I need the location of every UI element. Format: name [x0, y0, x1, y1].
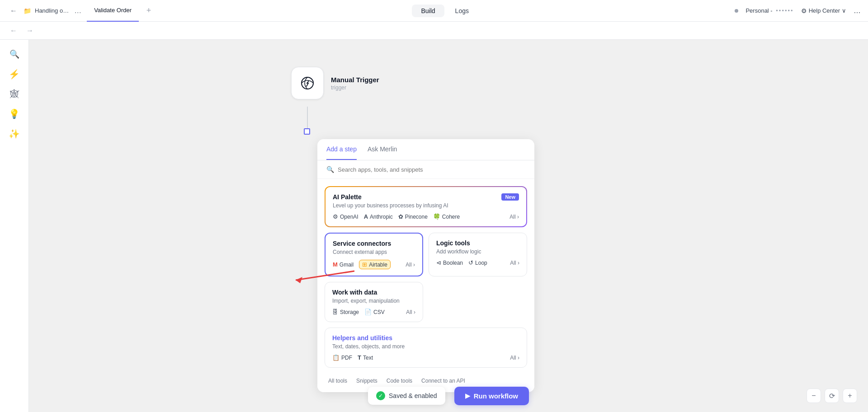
boolean-icon: ⊲: [436, 259, 441, 266]
top-bar: ← 📁 Handling o… … Validate Order + Build…: [0, 0, 868, 22]
service-connectors-title: Service connectors: [333, 240, 415, 247]
trigger-info: Manual Trigger trigger: [331, 76, 379, 91]
logic-tools-all-link[interactable]: All ›: [510, 260, 519, 266]
run-workflow-button[interactable]: ▶ Run workflow: [454, 387, 529, 405]
help-center-button[interactable]: ⚙ Help Center ∨: [801, 7, 846, 14]
active-tab[interactable]: Validate Order: [87, 0, 139, 22]
loop-icon: ↺: [468, 259, 473, 266]
pinecone-icon: ✿: [398, 213, 403, 220]
trigger-node[interactable]: Manual Trigger trigger: [291, 67, 379, 99]
zoom-reset-button[interactable]: ⟳: [825, 389, 839, 403]
ai-palette-card[interactable]: AI Palette New Level up your business pr…: [325, 186, 527, 227]
browser-back-button[interactable]: ←: [7, 5, 20, 17]
redo-button[interactable]: →: [24, 24, 36, 37]
service-connectors-desc: Connect external apps: [333, 249, 415, 255]
add-step-tab[interactable]: Add a step: [326, 139, 357, 160]
logic-tools-card[interactable]: Logic tools Add workflow logic ⊲ Boolean…: [429, 233, 527, 276]
tag-csv: 📄 CSV: [364, 309, 385, 315]
saved-label: Saved & enabled: [389, 392, 437, 399]
gmail-icon: M: [333, 261, 338, 268]
service-connectors-card[interactable]: Service connectors Connect external apps…: [325, 233, 423, 276]
saved-badge: ✓ Saved & enabled: [368, 387, 445, 405]
search-icon: 🔍: [9, 49, 19, 59]
helpers-utilities-desc: Text, dates, objects, and more: [332, 343, 519, 350]
work-with-data-tags: 🗄 Storage 📄 CSV All ›: [332, 309, 415, 315]
browser-nav: ← 📁 Handling o… … Validate Order +: [7, 0, 155, 22]
trigger-subtitle: trigger: [331, 84, 379, 91]
work-with-data-card[interactable]: Work with data Import, export, manipulat…: [325, 282, 423, 322]
check-icon: ✓: [376, 391, 385, 400]
workspace-label: Personal - ••••••: [745, 7, 793, 14]
sidebar-sparkle-button[interactable]: ✨: [5, 125, 24, 143]
main-layout: 🔍 ⚡ 🕸 💡 ✨ Manual: [0, 40, 868, 412]
text-icon: T: [358, 354, 361, 361]
gear-icon: ⚙: [801, 7, 807, 14]
sidebar-trigger-button[interactable]: ⚡: [5, 65, 24, 83]
connector-square[interactable]: [304, 128, 310, 135]
ask-merlin-tab[interactable]: Ask Merlin: [368, 139, 397, 160]
search-icon: 🔍: [326, 166, 334, 173]
step-panel: Add a step Ask Merlin 🔍 AI Palette New L…: [317, 139, 534, 392]
helpers-utilities-card[interactable]: Helpers and utilities Text, dates, objec…: [325, 328, 527, 368]
logic-tools-title: Logic tools: [436, 239, 519, 247]
helpers-utilities-tags: 📋 PDF T Text All ›: [332, 354, 519, 361]
storage-icon: 🗄: [332, 309, 338, 315]
service-connectors-all-link[interactable]: All ›: [406, 262, 415, 268]
logic-tools-desc: Add workflow logic: [436, 248, 519, 255]
ai-palette-all-link[interactable]: All ›: [509, 214, 519, 220]
breadcrumb-icon: 📁: [24, 7, 31, 14]
undo-button[interactable]: ←: [7, 24, 20, 37]
cohere-icon: 🍀: [433, 213, 440, 220]
sidebar-lightbulb-button[interactable]: 💡: [5, 105, 24, 123]
zoom-in-button[interactable]: +: [843, 389, 857, 403]
cards-area: AI Palette New Level up your business pr…: [317, 179, 534, 375]
pdf-icon: 📋: [332, 354, 340, 361]
tag-airtable: ⊞ Airtable: [359, 260, 391, 269]
ai-palette-title: AI Palette: [333, 193, 362, 201]
tag-anthropic: A Anthropic: [364, 213, 393, 220]
helpers-utilities-title: Helpers and utilities: [332, 334, 519, 342]
canvas: Manual Trigger trigger Add a step Ask Me…: [29, 40, 868, 412]
tag-boolean: ⊲ Boolean: [436, 259, 463, 266]
anthropic-icon: A: [364, 213, 368, 220]
lightbulb-icon: 💡: [9, 108, 20, 119]
openai-icon: ⚙: [333, 213, 338, 220]
search-input[interactable]: [338, 166, 525, 173]
work-with-data-all-link[interactable]: All ›: [406, 309, 415, 315]
airtable-icon: ⊞: [362, 261, 367, 268]
tag-openai: ⚙ OpenAI: [333, 213, 359, 220]
tag-pdf: 📋 PDF: [332, 354, 352, 361]
tag-gmail: M Gmail: [333, 261, 354, 268]
second-bar: ← →: [0, 22, 868, 40]
trigger-icon-box: [291, 67, 324, 99]
ai-palette-tags: ⚙ OpenAI A Anthropic ✿ Pinecone 🍀: [333, 213, 519, 220]
connector-line: [307, 107, 308, 128]
breadcrumb-text: Handling o…: [35, 7, 69, 14]
top-options-button[interactable]: …: [854, 7, 861, 15]
tag-pinecone: ✿ Pinecone: [398, 213, 428, 220]
logs-tab[interactable]: Logs: [446, 5, 478, 17]
service-connectors-tags: M Gmail ⊞ Airtable All ›: [333, 260, 415, 269]
build-tab[interactable]: Build: [412, 5, 444, 17]
trigger-icon: ⚡: [9, 69, 20, 80]
tag-storage: 🗄 Storage: [332, 309, 359, 315]
sidebar-search-button[interactable]: 🔍: [5, 45, 24, 63]
helpers-utilities-all-link[interactable]: All ›: [510, 355, 519, 361]
sidebar: 🔍 ⚡ 🕸 💡 ✨: [0, 40, 29, 412]
sidebar-flow-button[interactable]: 🕸: [5, 85, 24, 103]
zoom-out-button[interactable]: −: [807, 389, 821, 403]
top-center-tabs: Build Logs: [159, 5, 731, 17]
zoom-controls: − ⟳ +: [807, 389, 857, 403]
sparkle-icon: ✨: [9, 128, 20, 139]
step-tabs: Add a step Ask Merlin: [317, 139, 534, 160]
new-badge: New: [501, 193, 519, 201]
top-right: Personal - •••••• ⚙ Help Center ∨ …: [735, 7, 861, 15]
add-tab-button[interactable]: +: [142, 5, 155, 17]
tag-loop: ↺ Loop: [468, 259, 487, 266]
breadcrumb-more-button[interactable]: …: [72, 5, 83, 16]
work-with-data-title: Work with data: [332, 289, 415, 296]
work-with-data-desc: Import, export, manipulation: [332, 298, 415, 304]
ai-palette-desc: Level up your business processes by infu…: [333, 202, 519, 209]
logic-tools-tags: ⊲ Boolean ↺ Loop All ›: [436, 259, 519, 266]
status-dot: [735, 9, 738, 13]
